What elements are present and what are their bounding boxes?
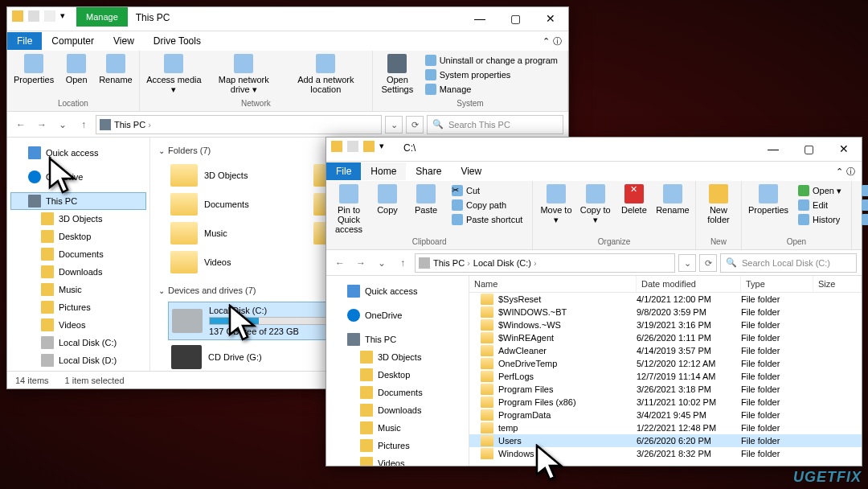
forward-button[interactable]: →: [352, 254, 370, 272]
drive-item[interactable]: CD Drive (G:): [168, 342, 337, 371]
up-button[interactable]: ↑: [75, 116, 92, 134]
file-row[interactable]: Program Files (x86)3/11/2021 10:02 PMFil…: [469, 396, 862, 409]
header-size[interactable]: Size: [813, 276, 862, 292]
forward-button[interactable]: →: [33, 116, 51, 134]
search-input[interactable]: 🔍 Search Local Disk (C:): [720, 253, 857, 273]
nav-child[interactable]: Local Disk (D:): [10, 351, 146, 369]
tab-file[interactable]: File: [7, 32, 42, 50]
file-row[interactable]: Windows3/26/2021 8:32 PMFile folder: [469, 447, 862, 460]
tab-share[interactable]: Share: [406, 162, 451, 180]
tab-manage[interactable]: Manage: [76, 7, 128, 27]
maximize-button[interactable]: ▢: [791, 138, 826, 160]
dropdown-icon[interactable]: [347, 141, 358, 152]
header-type[interactable]: Type: [741, 276, 813, 292]
maximize-button[interactable]: ▢: [497, 7, 533, 30]
nav-quick-access[interactable]: Quick access: [330, 282, 465, 300]
recent-button[interactable]: ⌄: [373, 254, 391, 272]
back-button[interactable]: ←: [12, 116, 30, 134]
copy-button[interactable]: Copy: [371, 184, 403, 215]
refresh-button[interactable]: ⟳: [406, 116, 424, 134]
nav-child[interactable]: Documents: [10, 245, 146, 263]
header-date[interactable]: Date modified: [637, 276, 741, 292]
file-row[interactable]: $SysReset4/1/2021 12:00 PMFile folder: [469, 293, 862, 306]
minimize-button[interactable]: —: [462, 7, 497, 30]
nav-child[interactable]: Pictures: [330, 437, 465, 454]
refresh-button[interactable]: ⟳: [699, 254, 717, 272]
properties-button[interactable]: Properties: [14, 54, 54, 84]
file-row[interactable]: $Windows.~WS3/19/2021 3:16 PMFile folder: [469, 318, 862, 331]
nav-onedrive[interactable]: OneDrive: [330, 306, 465, 324]
recent-button[interactable]: ⌄: [54, 116, 72, 134]
qa-slot-icon[interactable]: [363, 141, 375, 152]
tab-drivetools[interactable]: Drive Tools: [144, 32, 211, 50]
qa-more-icon[interactable]: ▾: [379, 141, 391, 152]
tab-view[interactable]: View: [104, 32, 144, 50]
crumb-item[interactable]: This PC: [433, 258, 470, 268]
open-settings-button[interactable]: Open Settings: [379, 54, 416, 94]
nav-this-pc[interactable]: This PC: [10, 192, 146, 210]
dropdown-icon[interactable]: [28, 10, 39, 22]
pin-button[interactable]: Pin to Quick access: [333, 184, 365, 234]
file-row[interactable]: PerfLogs12/7/2019 11:14 AMFile folder: [469, 370, 862, 383]
crumb-item[interactable]: This PC: [114, 120, 151, 129]
move-to-button[interactable]: Move to ▾: [539, 184, 572, 225]
invert-selection-button[interactable]: Invert selection: [858, 213, 868, 226]
crumb-dropdown[interactable]: ⌄: [678, 254, 696, 272]
nav-child[interactable]: Documents: [330, 384, 465, 401]
rename-button[interactable]: Rename: [657, 184, 689, 215]
nav-child[interactable]: Videos: [330, 454, 465, 466]
add-location-button[interactable]: Add a network location: [286, 54, 366, 94]
minimize-button[interactable]: —: [755, 138, 791, 160]
file-row[interactable]: $WINDOWS.~BT9/8/2020 3:59 PMFile folder: [469, 306, 862, 318]
paste-button[interactable]: Paste: [410, 184, 442, 215]
breadcrumb[interactable]: This PC: [96, 115, 382, 134]
uninstall-button[interactable]: Uninstall or change a program: [422, 54, 561, 67]
back-button[interactable]: ←: [331, 254, 349, 272]
nav-this-pc[interactable]: This PC: [330, 331, 465, 348]
folder-item[interactable]: Videos: [168, 249, 305, 276]
nav-child[interactable]: 3D Objects: [330, 348, 465, 366]
map-drive-button[interactable]: Map network drive ▾: [208, 54, 279, 95]
new-folder-button[interactable]: New folder: [702, 184, 735, 224]
nav-child[interactable]: Downloads: [10, 263, 146, 281]
nav-child[interactable]: Downloads: [330, 401, 465, 419]
titlebar[interactable]: ▾ Manage This PC — ▢ ✕: [7, 7, 568, 31]
nav-child[interactable]: Videos: [10, 316, 146, 334]
crumb-item[interactable]: Local Disk (C:): [473, 258, 537, 268]
tab-file[interactable]: File: [326, 162, 361, 180]
search-input[interactable]: 🔍 Search This PC: [427, 115, 563, 134]
access-media-button[interactable]: Access media ▾: [146, 54, 202, 95]
close-button[interactable]: ✕: [533, 7, 568, 30]
file-row[interactable]: Users6/26/2020 6:20 PMFile folder: [469, 434, 862, 447]
copy-path-button[interactable]: Copy path: [448, 199, 526, 212]
header-name[interactable]: Name: [469, 276, 637, 292]
paste-shortcut-button[interactable]: Paste shortcut: [448, 213, 526, 226]
file-row[interactable]: temp1/22/2021 12:48 PMFile folder: [469, 421, 862, 434]
nav-child[interactable]: Pictures: [10, 298, 146, 316]
edit-button[interactable]: Edit: [795, 199, 845, 212]
tab-home[interactable]: Home: [361, 162, 406, 180]
nav-child[interactable]: CD Drive (F:): [10, 369, 146, 371]
nav-child[interactable]: 3D Objects: [10, 210, 146, 228]
file-row[interactable]: OneDriveTemp5/12/2020 12:12 AMFile folde…: [469, 357, 862, 370]
cut-button[interactable]: ✂Cut: [448, 184, 526, 197]
folder-item[interactable]: Music: [168, 220, 305, 247]
copy-to-button[interactable]: Copy to ▾: [579, 184, 612, 225]
history-button[interactable]: History: [795, 213, 845, 226]
folder-item[interactable]: 3D Objects: [168, 162, 305, 189]
nav-child[interactable]: Desktop: [330, 366, 465, 384]
rename-button[interactable]: Rename: [99, 54, 133, 84]
manage-button[interactable]: Manage: [422, 83, 561, 96]
nav-quick-access[interactable]: Quick access: [10, 144, 146, 162]
ribbon-toggle[interactable]: ⌃ ⓘ: [829, 166, 862, 178]
select-none-button[interactable]: Select none: [858, 199, 868, 212]
qa-slot-icon[interactable]: [44, 10, 55, 22]
file-row[interactable]: ProgramData3/4/2021 9:45 PMFile folder: [469, 409, 862, 421]
nav-onedrive[interactable]: OneDrive: [10, 168, 146, 186]
crumb-dropdown[interactable]: ⌄: [385, 116, 403, 134]
titlebar[interactable]: ▾ C:\ — ▢ ✕: [326, 138, 862, 162]
drive-c[interactable]: Local Disk (C:) 137 GB free of 223 GB: [168, 302, 337, 340]
open-button[interactable]: Open ▾: [795, 184, 845, 197]
nav-child[interactable]: Music: [330, 419, 465, 437]
file-row[interactable]: Program Files3/26/2021 3:18 PMFile folde…: [469, 383, 862, 396]
